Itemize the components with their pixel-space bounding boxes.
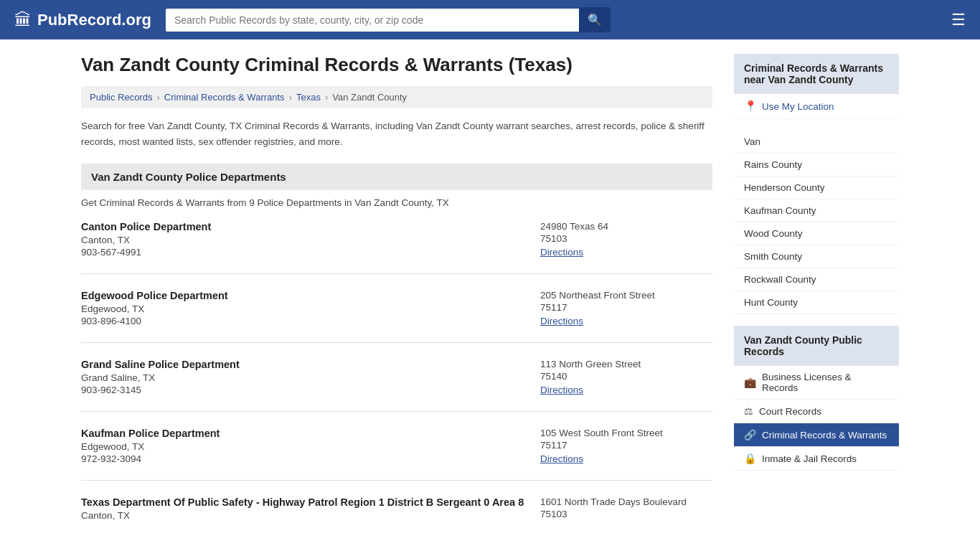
dept-left: Canton Police Department Canton, TX 903-… bbox=[81, 221, 526, 258]
dept-name: Texas Department Of Public Safety - High… bbox=[81, 496, 526, 508]
rec-icon: 💼 bbox=[744, 377, 756, 388]
directions-link[interactable]: Directions bbox=[540, 385, 583, 395]
department-entry: Texas Department Of Public Safety - High… bbox=[81, 496, 712, 522]
breadcrumb-sep1: › bbox=[156, 92, 159, 103]
logo[interactable]: 🏛 PubRecord.org bbox=[14, 10, 151, 30]
dept-name: Canton Police Department bbox=[81, 221, 526, 232]
records-link-item[interactable]: 🔗Criminal Records & Warrants bbox=[734, 423, 899, 447]
rec-label: Business Licenses & Records bbox=[762, 372, 889, 393]
dept-divider bbox=[81, 411, 712, 412]
public-records-header: Van Zandt County Public Records bbox=[734, 326, 899, 366]
dept-divider bbox=[81, 342, 712, 343]
dept-right: 24980 Texas 64 75103 Directions bbox=[526, 221, 712, 258]
search-bar: 🔍 bbox=[166, 7, 611, 32]
department-entry: Edgewood Police Department Edgewood, TX … bbox=[81, 290, 712, 326]
dept-name: Edgewood Police Department bbox=[81, 290, 526, 301]
dept-address: 205 Northeast Front Street bbox=[540, 290, 712, 301]
records-links-list: 💼Business Licenses & Records⚖Court Recor… bbox=[734, 366, 899, 471]
dept-phone: 903-567-4991 bbox=[81, 247, 526, 258]
rec-icon: ⚖ bbox=[744, 405, 753, 417]
nearby-county-item[interactable]: Henderson County bbox=[734, 176, 899, 199]
dept-zip: 75117 bbox=[540, 440, 712, 451]
dept-zip: 75103 bbox=[540, 233, 712, 244]
sidebar: Criminal Records & Warrants near Van Zan… bbox=[734, 54, 899, 538]
breadcrumb-sep3: › bbox=[325, 92, 328, 103]
dept-right: 105 West South Front Street 75117 Direct… bbox=[526, 428, 712, 464]
breadcrumb-public-records[interactable]: Public Records bbox=[90, 92, 152, 103]
directions-link[interactable]: Directions bbox=[540, 453, 583, 464]
department-entry: Canton Police Department Canton, TX 903-… bbox=[81, 221, 712, 258]
dept-left: Texas Department Of Public Safety - High… bbox=[81, 496, 526, 522]
page-title: Van Zandt County Criminal Records & Warr… bbox=[81, 54, 712, 76]
nearby-county-item[interactable]: Van bbox=[734, 131, 899, 154]
rec-label: Court Records bbox=[759, 406, 821, 417]
use-my-location[interactable]: 📍 Use My Location bbox=[734, 94, 899, 119]
department-list: Canton Police Department Canton, TX 903-… bbox=[81, 221, 712, 522]
rec-icon: 🔒 bbox=[744, 453, 756, 464]
dept-left: Kaufman Police Department Edgewood, TX 9… bbox=[81, 428, 526, 464]
rec-label: Inmate & Jail Records bbox=[762, 453, 857, 464]
rec-label: Criminal Records & Warrants bbox=[762, 430, 887, 441]
section-subtext: Get Criminal Records & Warrants from 9 P… bbox=[81, 197, 712, 208]
dept-address: 24980 Texas 64 bbox=[540, 221, 712, 232]
use-location-label: Use My Location bbox=[762, 101, 834, 112]
records-link-item[interactable]: 💼Business Licenses & Records bbox=[734, 366, 899, 400]
breadcrumb-criminal-records[interactable]: Criminal Records & Warrants bbox=[164, 92, 285, 103]
department-entry: Kaufman Police Department Edgewood, TX 9… bbox=[81, 428, 712, 464]
nearby-county-item[interactable]: Smith County bbox=[734, 245, 899, 268]
main-container: Van Zandt County Criminal Records & Warr… bbox=[60, 39, 920, 551]
dept-city: Edgewood, TX bbox=[81, 441, 526, 452]
dept-name: Kaufman Police Department bbox=[81, 428, 526, 439]
section-header: Van Zandt County Police Departments bbox=[81, 164, 712, 190]
nearby-counties-list: VanRains CountyHenderson CountyKaufman C… bbox=[734, 131, 899, 314]
nearby-county-item[interactable]: Kaufman County bbox=[734, 199, 899, 222]
breadcrumb: Public Records › Criminal Records & Warr… bbox=[81, 86, 712, 108]
breadcrumb-current: Van Zandt County bbox=[332, 92, 407, 103]
nearby-header: Criminal Records & Warrants near Van Zan… bbox=[734, 54, 899, 94]
breadcrumb-texas[interactable]: Texas bbox=[296, 92, 321, 103]
rec-icon: 🔗 bbox=[744, 429, 756, 441]
dept-left: Grand Saline Police Department Grand Sal… bbox=[81, 359, 526, 395]
logo-icon: 🏛 bbox=[14, 10, 32, 30]
directions-link[interactable]: Directions bbox=[540, 247, 583, 258]
dept-address: 113 North Green Street bbox=[540, 359, 712, 369]
dept-right: 205 Northeast Front Street 75117 Directi… bbox=[526, 290, 712, 326]
page-description: Search for free Van Zandt County, TX Cri… bbox=[81, 118, 712, 149]
dept-right: 1601 North Trade Days Boulevard 75103 bbox=[526, 496, 712, 522]
directions-link[interactable]: Directions bbox=[540, 316, 583, 326]
dept-divider bbox=[81, 273, 712, 274]
dept-divider bbox=[81, 480, 712, 481]
search-button[interactable]: 🔍 bbox=[579, 7, 611, 32]
records-link-item[interactable]: 🔒Inmate & Jail Records bbox=[734, 447, 899, 471]
dept-name: Grand Saline Police Department bbox=[81, 359, 526, 370]
dept-phone: 903-962-3145 bbox=[81, 385, 526, 395]
records-link-item[interactable]: ⚖Court Records bbox=[734, 400, 899, 423]
dept-city: Grand Saline, TX bbox=[81, 372, 526, 383]
department-entry: Grand Saline Police Department Grand Sal… bbox=[81, 359, 712, 395]
nearby-county-item[interactable]: Wood County bbox=[734, 222, 899, 245]
nearby-county-item[interactable]: Rains County bbox=[734, 154, 899, 176]
dept-city: Edgewood, TX bbox=[81, 303, 526, 314]
dept-phone: 972-932-3094 bbox=[81, 453, 526, 464]
dept-left: Edgewood Police Department Edgewood, TX … bbox=[81, 290, 526, 326]
dept-phone: 903-896-4100 bbox=[81, 316, 526, 326]
dept-address: 105 West South Front Street bbox=[540, 428, 712, 438]
location-pin-icon: 📍 bbox=[744, 100, 758, 113]
dept-city: Canton, TX bbox=[81, 510, 526, 521]
nearby-county-item[interactable]: Rockwall County bbox=[734, 268, 899, 291]
content-area: Van Zandt County Criminal Records & Warr… bbox=[81, 54, 712, 538]
nearby-list: 📍 Use My Location bbox=[734, 94, 899, 119]
header: 🏛 PubRecord.org 🔍 ☰ bbox=[0, 0, 980, 39]
search-input[interactable] bbox=[166, 9, 579, 32]
menu-button[interactable]: ☰ bbox=[951, 11, 966, 29]
dept-zip: 75117 bbox=[540, 302, 712, 313]
dept-city: Canton, TX bbox=[81, 235, 526, 245]
breadcrumb-sep2: › bbox=[289, 92, 292, 103]
dept-zip: 75103 bbox=[540, 509, 712, 519]
logo-text: PubRecord.org bbox=[37, 11, 151, 29]
dept-right: 113 North Green Street 75140 Directions bbox=[526, 359, 712, 395]
dept-zip: 75140 bbox=[540, 371, 712, 382]
nearby-county-item[interactable]: Hunt County bbox=[734, 291, 899, 314]
dept-address: 1601 North Trade Days Boulevard bbox=[540, 496, 712, 507]
